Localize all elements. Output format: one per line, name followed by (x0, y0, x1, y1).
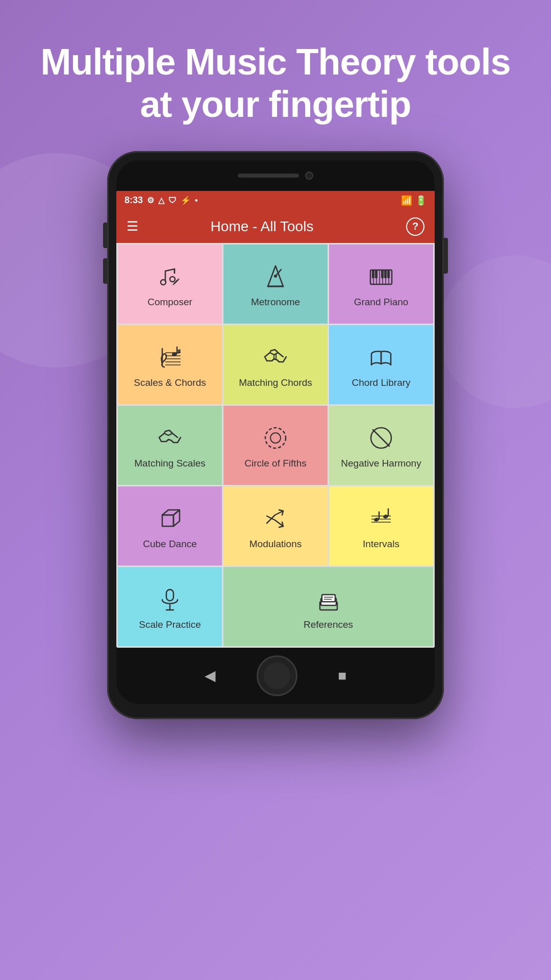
tool-circle-of-fifths-label: Circle of Fifths (244, 458, 306, 470)
tool-scale-practice[interactable]: Scale Practice (118, 567, 222, 646)
handshake-icon (261, 342, 290, 372)
microphone-icon (155, 584, 185, 614)
piano-icon (366, 262, 396, 291)
svg-rect-13 (372, 270, 374, 278)
svg-point-1 (170, 277, 175, 282)
svg-marker-35 (173, 510, 180, 526)
svg-line-27 (178, 350, 181, 351)
tool-cube-dance[interactable]: Cube Dance (118, 486, 222, 566)
app-bar: ☰ Home - All Tools ? (116, 210, 435, 243)
shield-icon: 🛡 (168, 196, 177, 205)
vol-up-button[interactable] (103, 223, 107, 248)
svg-rect-17 (387, 270, 390, 278)
svg-point-4 (274, 275, 277, 278)
settings-status-icon: ⚙ (147, 195, 154, 205)
svg-line-32 (373, 430, 389, 446)
tool-intervals[interactable]: Intervals (329, 486, 433, 566)
cube-icon (155, 504, 185, 533)
nav-buttons: ◀ ■ (205, 655, 347, 696)
power-button[interactable] (444, 238, 448, 274)
home-button-inner (264, 663, 290, 689)
vol-down-button[interactable] (103, 258, 107, 284)
circle-dotted-icon (261, 423, 290, 453)
tool-intervals-label: Intervals (363, 538, 399, 550)
home-button[interactable] (257, 655, 297, 696)
phone-screen: 8:33 ⚙ △ 🛡 ⚡ • 📶 🔋 ☰ Home - All Tools ? (116, 191, 435, 648)
tool-negative-harmony-label: Negative Harmony (341, 458, 421, 470)
svg-rect-16 (384, 270, 387, 278)
tool-metronome[interactable]: Metronome (223, 244, 328, 324)
open-book-icon (366, 342, 396, 372)
tool-matching-scales-label: Matching Scales (134, 458, 205, 470)
svg-rect-14 (375, 270, 378, 278)
svg-point-30 (270, 433, 281, 443)
staff-notes-icon (366, 504, 396, 533)
recents-button[interactable]: ■ (338, 668, 347, 684)
metronome-icon (261, 262, 290, 291)
top-bezel (116, 160, 435, 191)
dot-icon: • (195, 196, 198, 205)
speaker (238, 174, 299, 178)
handshake2-icon (155, 423, 185, 453)
tool-metronome-label: Metronome (251, 297, 300, 308)
phone-shell: 8:33 ⚙ △ 🛡 ⚡ • 📶 🔋 ☰ Home - All Tools ? (107, 151, 444, 719)
layers-book-icon (314, 584, 343, 614)
svg-point-29 (265, 428, 286, 448)
help-button[interactable]: ? (406, 217, 424, 236)
tool-references-label: References (304, 619, 353, 631)
tool-matching-chords[interactable]: Matching Chords (223, 325, 328, 404)
tool-modulations-label: Modulations (249, 538, 302, 550)
music-note-pen-icon (155, 262, 185, 291)
tool-cube-dance-label: Cube Dance (143, 538, 197, 550)
tool-matching-scales[interactable]: Matching Scales (118, 406, 222, 485)
tool-scales-chords-label: Scales & Chords (134, 377, 206, 389)
tool-chord-library[interactable]: Chord Library (329, 325, 433, 404)
tool-grand-piano-label: Grand Piano (354, 297, 409, 308)
bottom-bezel: ◀ ■ (116, 648, 435, 704)
svg-rect-33 (162, 515, 173, 526)
tool-composer-label: Composer (147, 297, 192, 308)
back-button[interactable]: ◀ (205, 667, 216, 684)
battery-icon: 🔋 (415, 195, 427, 206)
tool-scale-practice-label: Scale Practice (139, 619, 201, 631)
svg-rect-48 (322, 595, 335, 602)
status-time: 8:33 (124, 195, 143, 206)
svg-point-0 (161, 280, 166, 285)
tool-composer[interactable]: Composer (118, 244, 222, 324)
signal-icon: 📶 (401, 195, 412, 206)
notification-icon: △ (158, 195, 164, 205)
svg-line-28 (178, 352, 181, 352)
svg-rect-43 (166, 590, 173, 601)
treble-clef-icon (155, 342, 185, 372)
tool-chord-library-label: Chord Library (352, 377, 410, 389)
tool-grand-piano[interactable]: Grand Piano (329, 244, 433, 324)
arrows-split-icon (261, 504, 290, 533)
tool-modulations[interactable]: Modulations (223, 486, 328, 566)
circle-slash-icon (366, 423, 396, 453)
svg-rect-15 (381, 270, 384, 278)
tool-references[interactable]: References (223, 567, 433, 646)
tool-scales-chords[interactable]: Scales & Chords (118, 325, 222, 404)
bluetooth-icon: ⚡ (181, 195, 191, 205)
tool-negative-harmony[interactable]: Negative Harmony (329, 406, 433, 485)
tools-grid: Composer (116, 243, 435, 648)
front-camera (305, 172, 313, 180)
status-bar: 8:33 ⚙ △ 🛡 ⚡ • 📶 🔋 (116, 191, 435, 210)
headline: Multiple Music Theory tools at your fing… (0, 0, 551, 146)
tool-circle-of-fifths[interactable]: Circle of Fifths (223, 406, 328, 485)
tool-matching-chords-label: Matching Chords (239, 377, 312, 389)
app-bar-title: Home - All Tools (128, 218, 396, 235)
